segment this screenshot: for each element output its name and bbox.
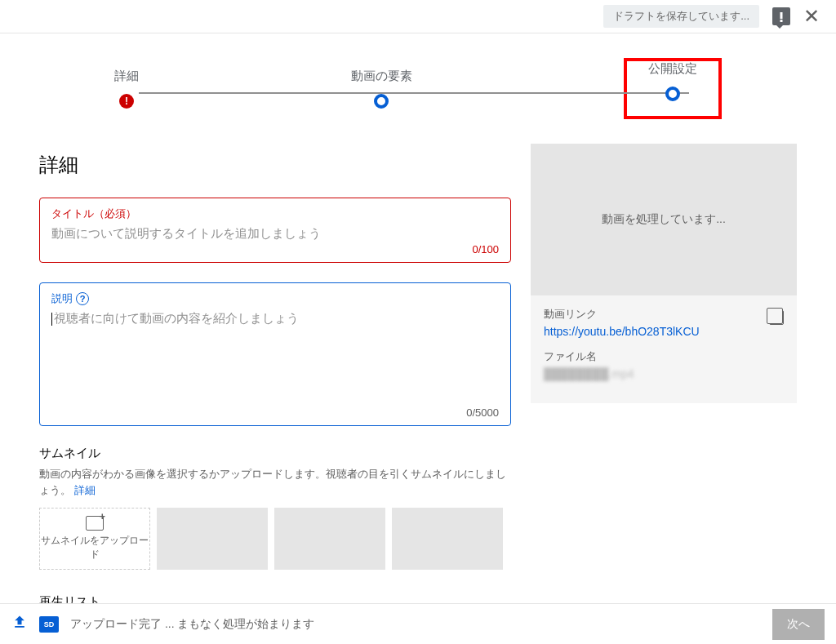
filename-value: ████████.mp4 xyxy=(544,367,784,380)
step-label: 動画の要素 xyxy=(351,69,412,84)
feedback-icon[interactable] xyxy=(772,7,790,25)
description-label-text: 説明 xyxy=(51,291,73,306)
copy-icon[interactable] xyxy=(769,310,784,325)
step-label: 詳細 xyxy=(114,69,139,84)
thumbnail-upload-label: サムネイルをアップロード xyxy=(40,534,149,562)
processing-text: 動画を処理しています... xyxy=(602,212,726,227)
video-preview: 動画を処理しています... xyxy=(531,144,797,295)
footer-bar: SD アップロード完了 ... まもなく処理が始まります 次へ xyxy=(0,603,836,610)
step-label: 公開設定 xyxy=(648,61,697,77)
help-icon[interactable]: ? xyxy=(76,292,89,305)
next-button[interactable]: 次へ xyxy=(772,609,825,611)
thumbnail-description: 動画の内容がわかる画像を選択するかアップロードします。視聴者の目を引くサムネイル… xyxy=(39,466,511,498)
stepper: 詳細 ! 動画の要素 公開設定 xyxy=(0,33,836,144)
stepper-line xyxy=(139,92,689,94)
title-label: タイトル（必須） xyxy=(51,207,499,221)
step-details[interactable]: 詳細 ! xyxy=(114,69,139,109)
description-label: 説明 ? xyxy=(51,291,499,306)
top-bar: ドラフトを保存しています... ✕ xyxy=(0,0,836,33)
description-field[interactable]: 説明 ? 視聴者に向けて動画の内容を紹介しましょう 0/5000 xyxy=(39,282,511,426)
thumbnail-detail-link[interactable]: 詳細 xyxy=(74,484,96,496)
close-icon[interactable]: ✕ xyxy=(803,5,820,28)
filename-label: ファイル名 xyxy=(544,349,784,364)
draft-status-badge: ドラフトを保存しています... xyxy=(603,5,759,28)
error-icon: ! xyxy=(119,94,134,109)
thumbnail-placeholder[interactable] xyxy=(274,508,385,570)
video-link-label: 動画リンク xyxy=(544,307,700,322)
highlight-annotation: 公開設定 xyxy=(624,58,722,119)
thumbnail-placeholder[interactable] xyxy=(157,508,268,570)
thumbnail-placeholder[interactable] xyxy=(392,508,503,570)
page-title: 詳細 xyxy=(39,152,511,178)
video-link[interactable]: https://youtu.be/bhO28T3lKCU xyxy=(544,325,700,338)
description-counter: 0/5000 xyxy=(466,406,499,419)
preview-panel: 動画を処理しています... 動画リンク https://youtu.be/bhO… xyxy=(531,144,797,610)
step-dot-icon xyxy=(665,87,680,101)
step-dot-icon xyxy=(374,94,389,109)
title-counter: 0/100 xyxy=(472,243,499,255)
step-visibility[interactable]: 公開設定 xyxy=(648,61,697,101)
title-field[interactable]: タイトル（必須） 動画について説明するタイトルを追加しましょう 0/100 xyxy=(39,198,511,263)
thumbnail-upload-button[interactable]: サムネイルをアップロード xyxy=(39,508,150,570)
add-image-icon xyxy=(86,516,104,531)
thumbnail-title: サムネイル xyxy=(39,446,511,461)
step-elements[interactable]: 動画の要素 xyxy=(351,69,412,109)
thumbnail-section: サムネイル 動画の内容がわかる画像を選択するかアップロードします。視聴者の目を引… xyxy=(39,446,511,570)
title-placeholder: 動画について説明するタイトルを追加しましょう xyxy=(51,226,499,242)
description-placeholder: 視聴者に向けて動画の内容を紹介しましょう xyxy=(51,311,499,326)
